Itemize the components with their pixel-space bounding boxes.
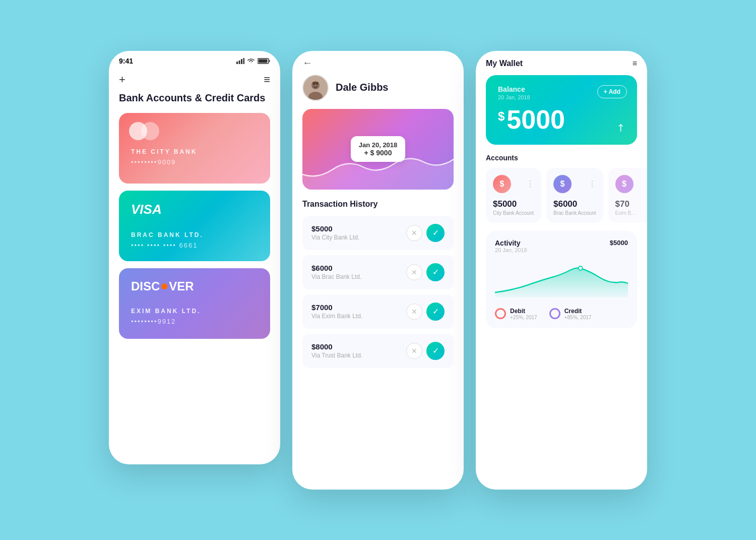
- account-icon-row-2: $ ⋮: [553, 175, 596, 193]
- legend-debit: Debit +25%, 2017: [495, 308, 537, 320]
- discover-dot: [161, 283, 167, 289]
- tx-amount-4: $8000: [311, 342, 362, 351]
- card-number-1: ••••••••9009: [131, 158, 258, 166]
- add-icon-1[interactable]: +: [119, 73, 125, 86]
- account-card-1[interactable]: $ ⋮ $5000 City Bank Account: [486, 168, 541, 223]
- svg-rect-3: [243, 58, 245, 64]
- accounts-label: Accounts: [476, 154, 647, 168]
- account-amount-1: $5000: [493, 199, 534, 209]
- legend-row: Debit +25%, 2017 Credit +85%, 2017: [495, 304, 628, 320]
- page-title-1: Bank Accounts & Credit Cards: [109, 92, 280, 113]
- tx-left-4: $8000 Via Trust Bank Ltd.: [311, 342, 362, 359]
- legend-credit-text: Credit +85%, 2017: [564, 308, 592, 320]
- phone-transactions: ← Dale Gibbs: [292, 51, 464, 490]
- menu-icon-1[interactable]: ≡: [264, 73, 270, 86]
- account-name-1: City Bank Account: [493, 210, 534, 216]
- account-dots-2[interactable]: ⋮: [588, 179, 596, 189]
- balance-value: 5000: [507, 104, 565, 135]
- chart-peak-dot: [579, 266, 583, 270]
- tx-item-4: $8000 Via Trust Bank Ltd. ✕ ✓: [302, 334, 454, 368]
- tx-title: Transaction History: [292, 200, 464, 216]
- wifi-icon: [247, 58, 255, 64]
- signal-icon: [236, 58, 244, 64]
- dollar-sign: $: [498, 109, 505, 124]
- phones-container: 9:41 +: [109, 51, 647, 490]
- svg-rect-5: [269, 60, 270, 62]
- chart-tooltip: Jan 20, 2018 + $ 9000: [351, 136, 406, 162]
- bank-card-2[interactable]: VISA BRAC BANK LTD. •••• •••• •••• 6661: [119, 191, 270, 261]
- add-button[interactable]: + Add: [597, 85, 627, 98]
- card-bank-name-1: THE CITY BANK: [131, 148, 258, 155]
- account-amount-2: $6000: [553, 199, 596, 209]
- tx-actions-2: ✕ ✓: [406, 263, 445, 281]
- bank-card-3[interactable]: DISCVER EXIM BANK LTD. ••••••••9912: [119, 268, 270, 339]
- card-number-2: •••• •••• •••• 6661: [131, 242, 258, 249]
- credit-label: Credit: [564, 308, 592, 315]
- svg-rect-0: [236, 62, 238, 64]
- tx-left-1: $5000 Via City Bank Ltd.: [311, 224, 359, 241]
- balance-card: Balance 20 Jan, 2018 $ 5000 + Add ↗: [486, 75, 637, 145]
- tx-confirm-2[interactable]: ✓: [426, 263, 445, 281]
- account-dots-1[interactable]: ⋮: [526, 179, 534, 189]
- tx-item-1: $5000 Via City Bank Ltd. ✕ ✓: [302, 216, 454, 250]
- activity-chart-svg: [495, 257, 628, 297]
- tx-cancel-3[interactable]: ✕: [406, 304, 422, 320]
- legend-credit: Credit +85%, 2017: [549, 308, 592, 320]
- tx-desc-4: Via Trust Bank Ltd.: [311, 352, 362, 359]
- tx-desc-3: Via Exim Bank Ltd.: [311, 313, 362, 320]
- activity-header: Activity 20 Jan, 2018 $5000: [495, 239, 628, 253]
- bank-card-1[interactable]: THE CITY BANK ••••••••9009: [119, 113, 270, 184]
- credit-sub: +85%, 2017: [564, 315, 592, 320]
- activity-chart: [495, 257, 628, 297]
- tx-actions-4: ✕ ✓: [406, 342, 445, 360]
- status-icons-1: [236, 58, 270, 64]
- tx-cancel-4[interactable]: ✕: [406, 343, 422, 359]
- tx-amount-2: $6000: [311, 264, 361, 272]
- status-bar-1: 9:41: [109, 51, 280, 69]
- account-icon-row-1: $ ⋮: [493, 175, 534, 193]
- activity-title: Activity: [495, 239, 527, 247]
- card-number-3: ••••••••9912: [131, 318, 258, 325]
- tx-desc-1: Via City Bank Ltd.: [311, 234, 359, 241]
- tx-left-2: $6000 Via Brac Bank Ltd.: [311, 264, 361, 280]
- account-card-3[interactable]: $ $70 Exim B...: [608, 168, 648, 223]
- tx-actions-3: ✕ ✓: [406, 303, 445, 321]
- back-button[interactable]: ←: [302, 57, 312, 69]
- user-avatar-image: [303, 76, 328, 100]
- tx-cancel-2[interactable]: ✕: [406, 264, 422, 280]
- debit-label: Debit: [510, 308, 537, 315]
- tx-confirm-4[interactable]: ✓: [426, 342, 445, 360]
- header-row-1: + ≡: [109, 69, 280, 92]
- phone2-top: ←: [292, 51, 464, 73]
- tx-confirm-1[interactable]: ✓: [426, 224, 445, 242]
- account-card-2[interactable]: $ ⋮ $6000 Brac Bank Account: [546, 168, 603, 223]
- visa-logo: VISA: [131, 202, 258, 217]
- circle-right: [141, 122, 159, 140]
- tx-cancel-1[interactable]: ✕: [406, 225, 422, 241]
- credit-circle: [549, 308, 560, 319]
- wallet-title: My Wallet: [486, 59, 523, 68]
- account-amount-3: $70: [615, 199, 648, 209]
- chart-amount: + $ 9000: [359, 149, 398, 157]
- svg-rect-6: [259, 59, 268, 63]
- activity-date: 20 Jan, 2018: [495, 247, 527, 253]
- avatar: [302, 75, 329, 101]
- discover-logo: DISCVER: [131, 279, 258, 293]
- wallet-menu-icon[interactable]: ≡: [633, 59, 637, 68]
- account-icon-3: $: [615, 175, 634, 193]
- tx-amount-1: $5000: [311, 224, 359, 233]
- activity-title-col: Activity 20 Jan, 2018: [495, 239, 527, 253]
- account-name-2: Brac Bank Account: [553, 210, 596, 216]
- account-icon-row-3: $: [615, 175, 648, 193]
- tx-confirm-3[interactable]: ✓: [426, 303, 445, 321]
- debit-circle: [495, 308, 506, 319]
- legend-debit-text: Debit +25%, 2017: [510, 308, 537, 320]
- phone-cards: 9:41 +: [109, 51, 280, 464]
- debit-sub: +25%, 2017: [510, 315, 537, 320]
- profile-row: Dale Gibbs: [292, 73, 464, 109]
- activity-section: Activity 20 Jan, 2018 $5000: [486, 231, 637, 328]
- account-icon-1: $: [493, 175, 511, 193]
- activity-amount: $5000: [610, 239, 628, 247]
- accounts-row: $ ⋮ $5000 City Bank Account $ ⋮ $6000 Br…: [476, 168, 647, 231]
- card-bank-name-2: BRAC BANK LTD.: [131, 231, 258, 238]
